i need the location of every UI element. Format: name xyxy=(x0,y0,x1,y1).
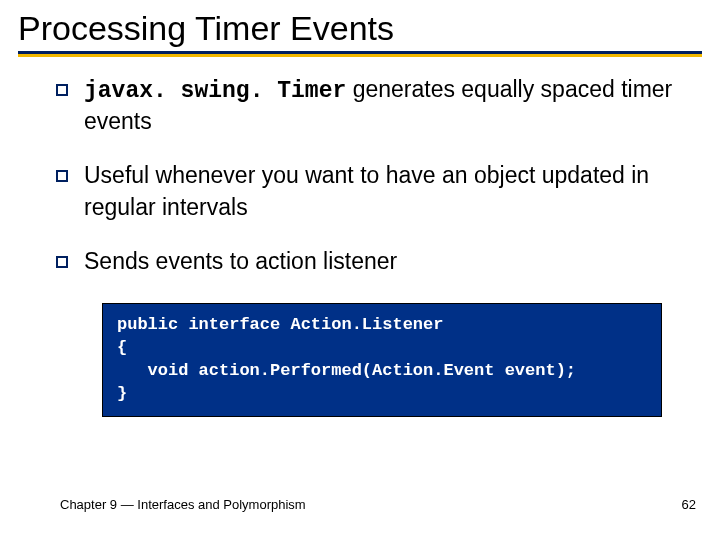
code-line: { xyxy=(117,337,647,360)
bullet-item: Useful whenever you want to have an obje… xyxy=(56,161,694,223)
slide: Processing Timer Events javax. swing. Ti… xyxy=(0,0,720,540)
bullet-marker-icon xyxy=(56,170,68,182)
bullet-item: Sends events to action listener xyxy=(56,247,694,279)
code-line: public interface Action.Listener xyxy=(117,314,647,337)
footer-chapter-post: Interfaces and Polymorphism xyxy=(134,497,306,512)
code-line: void action.Performed(Action.Event event… xyxy=(117,360,647,383)
code-block: public interface Action.Listener { void … xyxy=(102,303,662,417)
footer: Chapter 9 — Interfaces and Polymorphism … xyxy=(60,497,696,512)
footer-left: Chapter 9 — Interfaces and Polymorphism xyxy=(60,497,306,512)
bullet-item: javax. swing. Timer generates equally sp… xyxy=(56,75,694,137)
bullet-marker-icon xyxy=(56,256,68,268)
code-line: } xyxy=(117,383,647,406)
bullet-rest: Useful whenever you want to have an obje… xyxy=(84,162,649,220)
bullet-text: Sends events to action listener xyxy=(84,247,397,279)
footer-dash-icon: — xyxy=(121,497,134,512)
bullet-code: javax. swing. Timer xyxy=(84,78,346,104)
page-number: 62 xyxy=(682,497,696,512)
bullet-text: javax. swing. Timer generates equally sp… xyxy=(84,75,694,137)
bullet-marker-icon xyxy=(56,84,68,96)
bullet-rest: Sends events to action listener xyxy=(84,248,397,274)
footer-chapter-pre: Chapter 9 xyxy=(60,497,121,512)
bullet-text: Useful whenever you want to have an obje… xyxy=(84,161,694,223)
slide-title: Processing Timer Events xyxy=(18,10,702,47)
slide-body: javax. swing. Timer generates equally sp… xyxy=(18,57,702,416)
